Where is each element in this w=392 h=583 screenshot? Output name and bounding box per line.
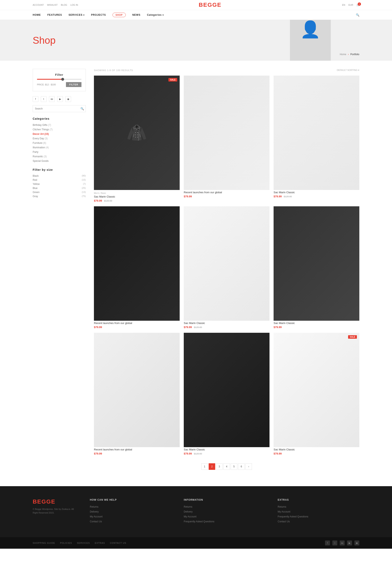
instagram-icon[interactable]: ◉ <box>65 96 71 102</box>
footer-info-faq[interactable]: Frequently Asked Questions <box>184 520 266 523</box>
footer-help-returns[interactable]: Returns <box>90 505 172 508</box>
footer-twitter-icon[interactable]: t <box>332 540 337 545</box>
size-blue[interactable]: Blue (25) <box>33 186 86 190</box>
size-black[interactable]: Black (90) <box>33 174 86 178</box>
product-name-2[interactable]: Recent launches from our global <box>184 191 270 194</box>
nav-categories[interactable]: Categories <box>147 10 164 20</box>
nav-home[interactable]: HOME <box>33 10 41 20</box>
wishlist-btn-5[interactable]: 🔲 <box>223 256 230 263</box>
product-name-9[interactable]: Sac Marin Classic <box>274 448 359 451</box>
page-btn-6[interactable]: 6 <box>238 463 244 470</box>
youtube-icon[interactable]: ▶ <box>57 96 63 102</box>
page-btn-4[interactable]: 4 <box>223 463 230 470</box>
product-name-8[interactable]: Sac Marin Classic <box>184 448 270 451</box>
cart-button[interactable]: 🛒 0 <box>356 4 359 6</box>
category-romantic[interactable]: Romantic (3) <box>33 154 86 159</box>
footer-bottom-services[interactable]: SERVICES <box>77 542 90 544</box>
category-illumination[interactable]: Illumination (4) <box>33 145 86 150</box>
quickview-btn-4[interactable]: ♡ <box>133 264 140 271</box>
category-special-goods[interactable]: Special Goods <box>33 159 86 163</box>
footer-help-contact[interactable]: Contact Us <box>90 520 172 523</box>
page-btn-1[interactable]: 1 <box>201 463 208 470</box>
breadcrumb-home[interactable]: Home <box>340 53 346 56</box>
vk-icon[interactable]: вк <box>49 96 55 102</box>
facebook-icon[interactable]: f <box>33 96 38 102</box>
product-image-4[interactable]: 🔲 ♡ + ADD TO CART <box>94 206 180 321</box>
product-image-7[interactable]: 🔲 ♡ + ADD TO CART <box>94 333 180 447</box>
category-party[interactable]: Party <box>33 150 86 154</box>
nav-shop[interactable]: SHOP <box>112 13 126 17</box>
wishlist-btn-2[interactable]: 🔲 <box>223 125 230 132</box>
quickview-btn-7[interactable]: ♡ <box>133 391 140 398</box>
product-image-3[interactable]: 🔲 ♡ + ADD TO CART <box>274 76 359 190</box>
quickview-btn-9[interactable]: ♡ <box>313 391 320 398</box>
category-cltchen-things[interactable]: Cltchen Things (7) <box>33 127 86 132</box>
category-decor-art[interactable]: Decor Art (15) <box>33 132 86 136</box>
nav-services[interactable]: SERVICES <box>68 10 84 20</box>
footer-extras-myaccount[interactable]: My Account <box>278 510 359 513</box>
footer-bottom-contact[interactable]: CONTACT US <box>110 542 126 544</box>
product-image-8[interactable]: 🔲 ♡ + ADD TO CART <box>184 333 270 447</box>
wishlist-link[interactable]: WISHLIST <box>47 4 58 6</box>
quickview-btn-2[interactable]: ♡ <box>223 133 230 141</box>
category-every-day[interactable]: Every Day (3) <box>33 136 86 141</box>
quickview-btn-1[interactable]: ♡ <box>133 133 140 141</box>
nav-news[interactable]: NEWS <box>132 10 140 20</box>
sorting-selector[interactable]: DEFAULT SORTING ▾ <box>337 69 359 72</box>
page-btn-5[interactable]: 5 <box>231 463 237 470</box>
wishlist-btn-1[interactable]: 🔲 <box>133 125 140 132</box>
size-gray[interactable]: Gray (75) <box>33 194 86 198</box>
price-range[interactable] <box>37 79 82 80</box>
size-green[interactable]: Green (13) <box>33 190 86 194</box>
nav-features[interactable]: FEATURES <box>47 10 62 20</box>
blog-link[interactable]: BLOG <box>61 4 67 6</box>
nav-search-icon[interactable]: 🔍 <box>356 13 359 17</box>
product-image-9[interactable]: SALE 🔲 ♡ + ADD TO CART <box>274 333 359 447</box>
product-image-6[interactable]: 🔲 ♡ + ADD TO CART <box>274 206 359 321</box>
nav-projects[interactable]: PROJECTS <box>91 10 106 20</box>
footer-extras-returns[interactable]: Returns <box>278 505 359 508</box>
footer-youtube-icon[interactable]: ▶ <box>347 540 352 545</box>
size-yellow[interactable]: Yellow (7) <box>33 182 86 186</box>
size-red[interactable]: Red (15) <box>33 178 86 182</box>
product-image-2[interactable]: 🔲 ♡ + ADD TO CART <box>184 76 270 190</box>
footer-logo[interactable]: BEGGE <box>33 498 78 505</box>
footer-help-myaccount[interactable]: My Account <box>90 515 172 518</box>
footer-facebook-icon[interactable]: f <box>325 540 330 545</box>
page-btn-next[interactable]: › <box>246 463 252 470</box>
product-name-4[interactable]: Recent launches from our global <box>94 322 180 325</box>
footer-info-delivery[interactable]: Delivery <box>184 510 266 513</box>
product-name-5[interactable]: Sac Marin Classic <box>184 322 270 325</box>
quickview-btn-5[interactable]: ♡ <box>223 264 230 271</box>
product-name-3[interactable]: Sac Marin Classic <box>274 191 359 194</box>
product-image-1[interactable]: SALE 🔲 ♡ + ADD TO CART <box>94 76 180 190</box>
footer-vk-icon[interactable]: вк <box>340 540 345 545</box>
wishlist-btn-7[interactable]: 🔲 <box>133 382 140 389</box>
price-slider[interactable] <box>37 79 82 80</box>
site-logo[interactable]: BEGGE <box>199 2 221 8</box>
currency-selector[interactable]: EUR <box>348 4 353 6</box>
quickview-btn-6[interactable]: ♡ <box>313 264 320 271</box>
price-slider-thumb[interactable] <box>61 78 64 81</box>
footer-extras-faq[interactable]: Frequently Asked Questions <box>278 515 359 518</box>
footer-bottom-policies[interactable]: POLICIES <box>60 542 72 544</box>
page-btn-3[interactable]: 3 <box>216 463 222 470</box>
page-btn-2[interactable]: 2 <box>209 463 215 470</box>
language-selector[interactable]: EN <box>342 4 345 6</box>
footer-bottom-shopping-guide[interactable]: SHOPPING GUIDE <box>33 542 55 544</box>
quickview-btn-3[interactable]: ♡ <box>313 133 320 141</box>
search-button[interactable]: 🔍 <box>79 105 86 112</box>
category-furniture[interactable]: Furniture (6) <box>33 141 86 145</box>
wishlist-btn-4[interactable]: 🔲 <box>133 256 140 263</box>
footer-info-myaccount[interactable]: My Account <box>184 515 266 518</box>
filter-button[interactable]: FILTER <box>66 82 82 87</box>
wishlist-btn-3[interactable]: 🔲 <box>313 125 320 132</box>
search-input[interactable] <box>33 105 79 112</box>
product-name-7[interactable]: Recent launches from our global <box>94 448 180 451</box>
footer-info-returns[interactable]: Returns <box>184 505 266 508</box>
product-image-5[interactable]: 🔲 ♡ + ADD TO CART <box>184 206 270 321</box>
category-birthday-gifts[interactable]: Birthday Gifts (7) <box>33 123 86 127</box>
quickview-btn-8[interactable]: ♡ <box>223 391 230 398</box>
twitter-icon[interactable]: t <box>41 96 46 102</box>
login-link[interactable]: LOG IN <box>70 4 78 6</box>
